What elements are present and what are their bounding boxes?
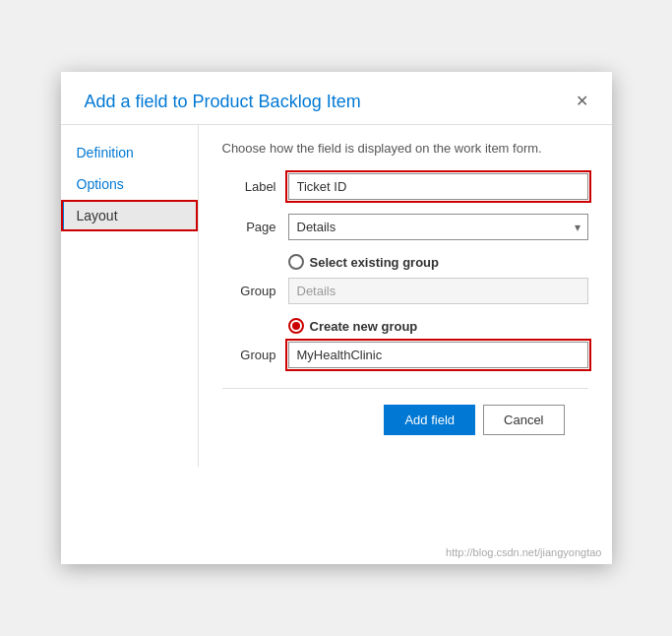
page-row: Page Details ▾ <box>222 214 588 240</box>
create-new-group-row: Create new group <box>288 318 588 334</box>
add-field-dialog: Add a field to Product Backlog Item ✕ De… <box>61 72 612 564</box>
select-existing-radio[interactable] <box>288 254 304 270</box>
select-existing-label[interactable]: Select existing group <box>310 255 439 270</box>
watermark: http://blog.csdn.net/jiangyongtao <box>446 546 601 558</box>
new-group-row: Group <box>222 342 588 368</box>
existing-group-input <box>288 278 588 304</box>
label-field-label: Label <box>222 179 276 194</box>
page-field-label: Page <box>222 220 276 234</box>
existing-group-label: Group <box>222 284 276 298</box>
close-button[interactable]: ✕ <box>576 94 588 109</box>
dialog-header: Add a field to Product Backlog Item ✕ <box>61 72 612 124</box>
page-select[interactable]: Details <box>288 214 588 240</box>
create-new-group-label[interactable]: Create new group <box>310 319 418 334</box>
dialog-footer: Add field Cancel <box>222 388 588 451</box>
content-area: Choose how the field is displayed on the… <box>199 125 612 467</box>
sidebar-item-layout[interactable]: Layout <box>61 200 198 231</box>
cancel-button[interactable]: Cancel <box>483 405 564 435</box>
sidebar: Definition Options Layout <box>61 125 199 467</box>
select-existing-group-row: Select existing group <box>288 254 588 270</box>
sidebar-item-definition[interactable]: Definition <box>61 137 198 168</box>
dialog-title: Add a field to Product Backlog Item <box>85 92 361 112</box>
add-field-button[interactable]: Add field <box>384 405 475 435</box>
label-row: Label <box>222 173 588 200</box>
create-new-group-radio[interactable] <box>288 318 304 334</box>
dialog-title-prefix: Add a field to <box>85 92 193 111</box>
label-input[interactable] <box>288 173 588 200</box>
dialog-body: Definition Options Layout Choose how the… <box>61 124 612 467</box>
page-select-wrapper: Details ▾ <box>288 214 588 240</box>
radio-section: Select existing group Group Create new g… <box>222 254 588 368</box>
sidebar-item-options[interactable]: Options <box>61 168 198 200</box>
new-group-label: Group <box>222 348 276 362</box>
dialog-title-highlight: Product Backlog Item <box>193 92 361 111</box>
content-description: Choose how the field is displayed on the… <box>222 141 588 156</box>
existing-group-row: Group <box>222 278 588 304</box>
new-group-input[interactable] <box>288 342 588 368</box>
